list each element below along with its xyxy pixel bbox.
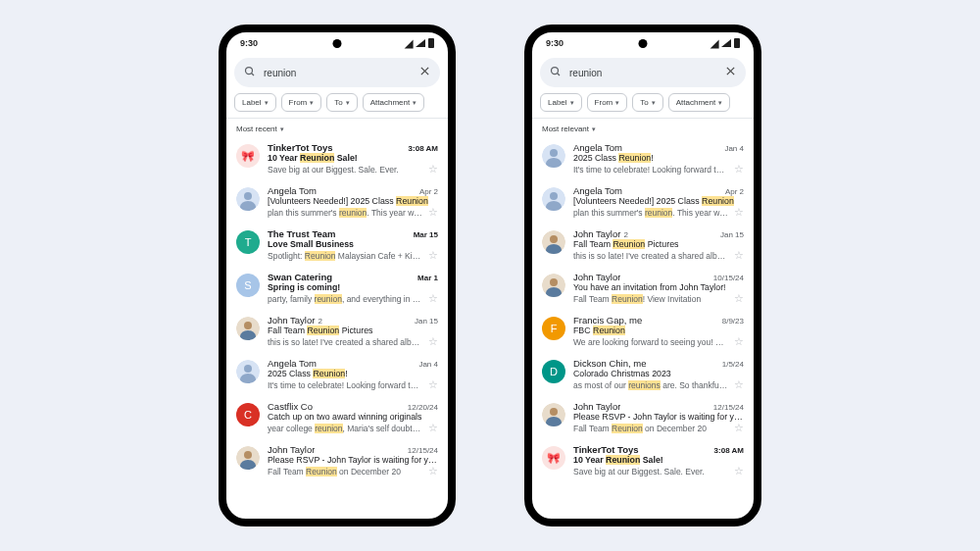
sender: Swan Catering — [268, 272, 332, 282]
battery-icon — [428, 38, 434, 48]
wifi-icon: ◢ — [405, 38, 413, 49]
email-content: Swan Catering Mar 1 Spring is coming! pa… — [268, 272, 438, 305]
status-time: 9:30 — [240, 38, 258, 48]
star-icon[interactable]: ☆ — [428, 465, 438, 477]
search-input[interactable]: reunion — [569, 68, 717, 78]
email-row[interactable]: F Francis Gap, me 8/9/23 FBC Reunion We … — [532, 310, 754, 353]
svg-point-5 — [244, 192, 252, 200]
email-row[interactable]: T The Trust Team Mar 15 Love Small Busin… — [226, 224, 448, 267]
subject: Fall Team Reunion Pictures — [573, 239, 744, 249]
chip-attachment[interactable]: Attachment▾ — [668, 93, 730, 112]
search-input[interactable]: reunion — [264, 68, 412, 78]
star-icon[interactable]: ☆ — [734, 292, 744, 305]
email-row[interactable]: John Taylor 10/15/24 You have an invitat… — [532, 267, 754, 310]
email-content: Angela Tom Jan 4 2025 Class Reunion! It'… — [268, 358, 438, 391]
search-bar[interactable]: reunion — [234, 58, 440, 87]
subject: 2025 Class Reunion! — [268, 369, 438, 378]
sender: TinkerTot Toys — [573, 444, 639, 455]
star-icon[interactable]: ☆ — [428, 378, 438, 391]
sort-selector[interactable]: Most relevant▾ — [532, 119, 754, 137]
email-row[interactable]: D Dickson Chin, me 1/5/24 Colorado Chris… — [532, 353, 754, 396]
phone-right: 9:30 ◢ reunion Label▾ From▾ To▾ Attachme… — [524, 25, 761, 526]
subject: 2025 Class Reunion! — [573, 153, 744, 163]
star-icon[interactable]: ☆ — [734, 422, 744, 434]
subject: Colorado Christmas 2023 — [573, 369, 744, 378]
clear-icon[interactable] — [419, 66, 430, 79]
avatar: C — [236, 403, 260, 426]
avatar: 🎀 — [236, 144, 260, 168]
email-content: Francis Gap, me 8/9/23 FBC Reunion We ar… — [573, 315, 744, 348]
email-row[interactable]: 🎀 TinkerTot Toys 3:08 AM 10 Year Reunion… — [532, 439, 754, 482]
chip-from[interactable]: From▾ — [281, 93, 322, 112]
sort-selector[interactable]: Most recent▾ — [226, 119, 448, 137]
chip-to[interactable]: To▾ — [326, 93, 357, 112]
email-row[interactable]: John Taylor2 Jan 15 Fall Team Reunion Pi… — [532, 224, 754, 267]
subject: You have an invitation from John Taylor! — [573, 282, 744, 292]
timestamp: Jan 4 — [724, 144, 744, 153]
email-row[interactable]: John Taylor 12/15/24 Please RSVP - John … — [532, 396, 754, 439]
email-row[interactable]: John Taylor2 Jan 15 Fall Team Reunion Pi… — [226, 310, 448, 353]
timestamp: Jan 15 — [415, 317, 438, 326]
timestamp: Apr 2 — [725, 187, 744, 196]
filter-chips: Label▾ From▾ To▾ Attachment▾ — [532, 93, 754, 118]
sender: Angela Tom — [573, 185, 622, 196]
email-row[interactable]: Angela Tom Jan 4 2025 Class Reunion! It'… — [226, 353, 448, 396]
filter-chips: Label▾ From▾ To▾ Attachment▾ — [226, 93, 448, 118]
star-icon[interactable]: ☆ — [428, 422, 438, 434]
star-icon[interactable]: ☆ — [428, 206, 438, 219]
chip-label[interactable]: Label▾ — [540, 93, 582, 112]
avatar — [542, 187, 565, 211]
clear-icon[interactable] — [725, 66, 736, 79]
chip-from[interactable]: From▾ — [587, 93, 628, 112]
svg-point-0 — [246, 67, 253, 74]
star-icon[interactable]: ☆ — [734, 465, 744, 477]
snippet: It's time to celebrate! Looking forward … — [268, 380, 422, 390]
signal-icon — [416, 39, 425, 47]
snippet: Spotlight: Reunion Malaysian Cafe + Kitc… — [268, 251, 422, 261]
camera-cutout — [333, 39, 342, 48]
avatar — [542, 403, 565, 426]
svg-point-30 — [550, 278, 558, 286]
chip-attachment[interactable]: Attachment▾ — [363, 93, 424, 112]
wifi-icon: ◢ — [710, 38, 718, 49]
star-icon[interactable]: ☆ — [734, 206, 744, 219]
svg-point-16 — [552, 67, 559, 74]
star-icon[interactable]: ☆ — [734, 249, 744, 262]
star-icon[interactable]: ☆ — [428, 292, 438, 305]
snippet: plan this summer's reunion. This year we… — [573, 208, 728, 218]
subject: [Volunteers Needed!] 2025 Class Reunion — [573, 196, 744, 206]
sender: John Taylor2 — [268, 315, 322, 326]
email-row[interactable]: Angela Tom Jan 4 2025 Class Reunion! It'… — [532, 137, 754, 180]
thread-count: 2 — [318, 317, 321, 326]
chip-to[interactable]: To▾ — [632, 93, 662, 112]
search-icon — [244, 66, 256, 80]
sender: Castflix Co — [268, 401, 313, 412]
search-bar[interactable]: reunion — [540, 58, 746, 87]
star-icon[interactable]: ☆ — [734, 378, 744, 391]
email-row[interactable]: S Swan Catering Mar 1 Spring is coming! … — [226, 267, 448, 310]
email-row[interactable]: C Castflix Co 12/20/24 Catch up on two a… — [226, 396, 448, 439]
snippet: this is so late! I've created a shared a… — [268, 337, 422, 347]
camera-cutout — [639, 39, 648, 48]
email-list: 🎀 TinkerTot Toys 3:08 AM 10 Year Reunion… — [226, 137, 448, 519]
avatar — [236, 317, 260, 340]
email-row[interactable]: 🎀 TinkerTot Toys 3:08 AM 10 Year Reunion… — [226, 137, 448, 180]
timestamp: 10/15/24 — [713, 274, 744, 282]
email-content: John Taylor 12/15/24 Please RSVP - John … — [573, 401, 744, 434]
sender: John Taylor — [573, 272, 620, 282]
subject: Spring is coming! — [268, 282, 438, 292]
email-row[interactable]: John Taylor 12/15/24 Please RSVP - John … — [226, 439, 448, 482]
email-row[interactable]: Angela Tom Apr 2 [Volunteers Needed!] 20… — [226, 180, 448, 224]
star-icon[interactable]: ☆ — [734, 335, 744, 348]
email-row[interactable]: Angela Tom Apr 2 [Volunteers Needed!] 20… — [532, 180, 754, 224]
svg-point-11 — [244, 365, 252, 373]
timestamp: Jan 15 — [720, 230, 744, 239]
star-icon[interactable]: ☆ — [428, 249, 438, 262]
chip-label[interactable]: Label▾ — [234, 93, 276, 112]
snippet: It's time to celebrate! Looking forward … — [573, 165, 728, 175]
star-icon[interactable]: ☆ — [428, 335, 438, 348]
star-icon[interactable]: ☆ — [428, 163, 438, 175]
sender: The Trust Team — [268, 228, 336, 239]
email-content: Castflix Co 12/20/24 Catch up on two awa… — [268, 401, 438, 434]
star-icon[interactable]: ☆ — [734, 163, 744, 175]
